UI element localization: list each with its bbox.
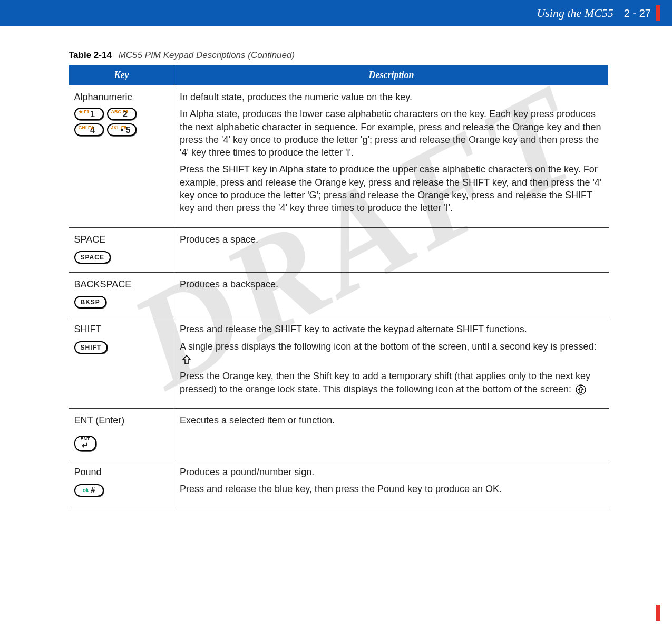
keycap-space-icon: SPACE: [74, 251, 111, 264]
keycap-5-icon: JKL F5• 5: [107, 123, 137, 136]
desc-text: In default state, produces the numeric v…: [180, 91, 603, 103]
table-row: Alphanumeric ★ F11 ABC F32 GHI F44 JKL F…: [69, 85, 609, 228]
key-label: ENT (Enter): [74, 414, 169, 427]
margin-marker-bottom: [656, 605, 660, 621]
desc-text: Produces a pound/number sign.: [180, 466, 603, 478]
key-label: SHIFT: [74, 323, 169, 335]
margin-marker-top: [656, 5, 660, 21]
keycap-enter-icon: ENT ↵: [74, 436, 96, 451]
key-label: SPACE: [74, 233, 169, 246]
desc-text: Executes a selected item or function.: [180, 414, 603, 427]
table-row: SPACE SPACE Produces a space.: [69, 227, 609, 272]
key-label: Alphanumeric: [74, 91, 169, 103]
keypad-description-table: Key Description Alphanumeric ★ F11 ABC F…: [69, 65, 609, 508]
desc-text: Press the SHIFT key in Alpha state to pr…: [180, 163, 603, 214]
key-icons: ★ F11 ABC F32 GHI F44 JKL F5• 5: [74, 108, 169, 136]
desc-text: Produces a space.: [180, 233, 603, 246]
desc-text: A single press displays the following ic…: [180, 340, 603, 366]
keycap-shift-icon: SHIFT: [74, 341, 108, 354]
header-page-number: 2 - 27: [624, 7, 651, 20]
table-header-description: Description: [174, 65, 609, 85]
table-row: Pound ok # Produces a pound/number sign.…: [69, 460, 609, 508]
header-section: Using the MC55: [537, 6, 613, 20]
table-caption-label: Table 2-14: [69, 50, 112, 60]
shift-arrow-circle-icon: [576, 384, 586, 395]
desc-text: Press the Orange key, then the Shift key…: [180, 370, 603, 396]
table-caption-title: MC55 PIM Keypad Descriptions (Continued): [119, 50, 295, 60]
desc-text: In Alpha state, produces the lower case …: [180, 108, 603, 159]
keycap-1-icon: ★ F11: [74, 108, 104, 120]
page-content: Table 2-14 MC55 PIM Keypad Descriptions …: [69, 50, 609, 508]
table-row: ENT (Enter) ENT ↵ Executes a selected it…: [69, 408, 609, 460]
key-label: Pound: [74, 466, 169, 478]
shift-arrow-icon: [181, 354, 192, 365]
table-row: SHIFT SHIFT Press and release the SHIFT …: [69, 317, 609, 408]
keycap-2-icon: ABC F32: [107, 108, 137, 120]
desc-text: Press and release the SHIFT key to activ…: [180, 323, 603, 335]
table-caption: Table 2-14 MC55 PIM Keypad Descriptions …: [69, 50, 609, 61]
keycap-pound-icon: ok #: [74, 484, 104, 497]
table-row: BACKSPACE BKSP Produces a backspace.: [69, 273, 609, 317]
table-header-key: Key: [69, 65, 174, 85]
key-label: BACKSPACE: [74, 278, 169, 291]
page-header: Using the MC55 2 - 27: [0, 0, 672, 26]
keycap-4-icon: GHI F44: [74, 123, 104, 136]
keycap-bksp-icon: BKSP: [74, 296, 106, 309]
desc-text: Produces a backspace.: [180, 278, 603, 291]
desc-text: Press and release the blue key, then pre…: [180, 483, 603, 495]
